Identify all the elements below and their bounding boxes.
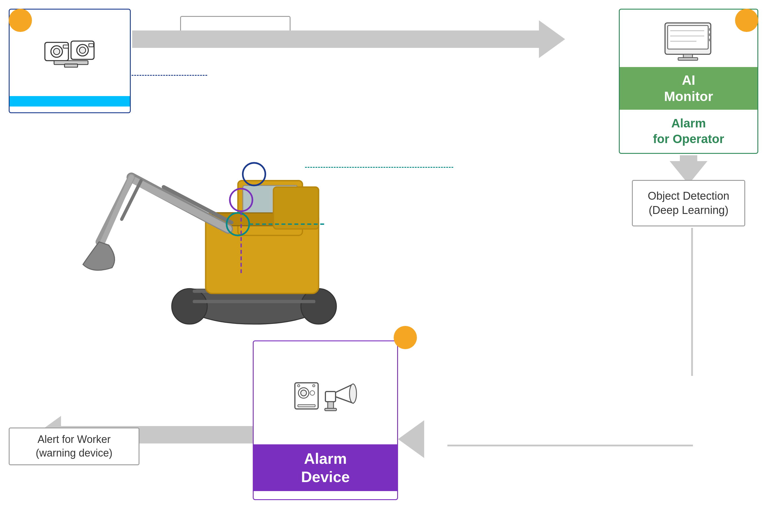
- svg-line-43: [134, 181, 228, 229]
- monitor-icon: [663, 19, 715, 63]
- svg-point-6: [79, 47, 86, 53]
- svg-point-28: [350, 384, 357, 403]
- badge-3: [394, 326, 417, 349]
- camera-dashed-line: [131, 75, 207, 76]
- monitor-icon-area: [663, 10, 715, 67]
- svg-rect-7: [89, 44, 93, 47]
- alert-label: Alert for Worker(warning device): [36, 433, 112, 460]
- badge-2: [735, 9, 758, 32]
- svg-point-2: [53, 48, 60, 55]
- object-detection-label: Object Detection(Deep Learning): [648, 189, 730, 218]
- svg-point-25: [313, 385, 315, 387]
- sound-label: [323, 491, 328, 496]
- alarm-device-box: AlarmDevice: [253, 340, 398, 500]
- svg-rect-27: [325, 392, 336, 402]
- alert-box: Alert for Worker(warning device): [9, 428, 139, 465]
- arrow-shaft-vertical: [680, 155, 697, 161]
- excavator-area: [67, 73, 357, 334]
- alarm-device-label: AlarmDevice: [254, 444, 397, 491]
- svg-point-23: [310, 391, 315, 395]
- svg-rect-11: [668, 26, 708, 49]
- alarm-operator-text: Alarmfor Operator: [650, 110, 727, 150]
- excavator-icon: [67, 73, 357, 334]
- ai-monitor-label: AIMonitor: [620, 67, 757, 109]
- connector-horizontal: [447, 445, 693, 446]
- arrow-head-left: [398, 420, 424, 458]
- obj-to-alarm-arrow: [398, 420, 424, 458]
- svg-rect-3: [63, 45, 69, 48]
- svg-rect-36: [193, 300, 315, 303]
- svg-rect-41: [273, 187, 319, 229]
- svg-point-22: [301, 390, 307, 396]
- svg-point-33: [172, 288, 207, 324]
- arrow-head: [539, 20, 565, 58]
- camera-icon: [44, 35, 96, 70]
- ai-monitor-box: AIMonitor Alarmfor Operator: [619, 9, 758, 154]
- svg-rect-16: [678, 58, 698, 60]
- arrow-shaft: [132, 30, 539, 48]
- svg-rect-17: [709, 28, 711, 31]
- svg-rect-9: [64, 64, 78, 67]
- connector-vertical: [691, 228, 693, 376]
- svg-rect-19: [709, 39, 711, 41]
- svg-rect-29: [328, 402, 334, 409]
- svg-rect-26: [298, 405, 315, 407]
- alarm-icon-area: [294, 341, 357, 444]
- svg-rect-18: [709, 33, 711, 36]
- svg-point-24: [298, 385, 300, 387]
- object-detection-box: Object Detection(Deep Learning): [632, 180, 745, 226]
- badge-1: [9, 9, 32, 32]
- ai-dashed-line: [305, 167, 453, 168]
- alarm-speaker-icon: [294, 377, 357, 415]
- main-flow-arrow: [132, 28, 565, 51]
- svg-rect-30: [325, 408, 336, 411]
